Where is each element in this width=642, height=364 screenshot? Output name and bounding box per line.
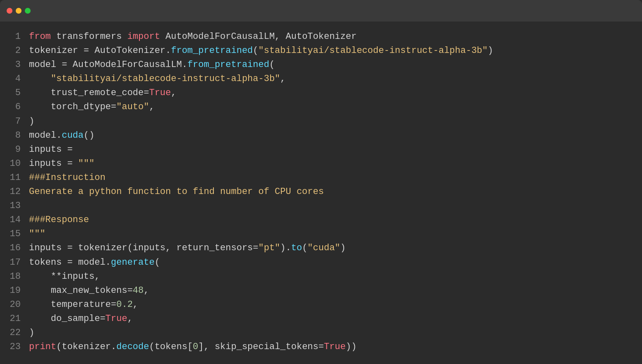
token: "stabilityai/stablecode-instruct-alpha-3… <box>259 46 488 56</box>
line-content: inputs = """ <box>29 157 634 171</box>
token: 0.2 <box>116 299 133 310</box>
token: )) <box>346 342 357 352</box>
token: ( <box>253 46 258 56</box>
line-content: do_sample=True, <box>29 312 634 326</box>
close-button[interactable] <box>7 8 12 14</box>
token: inputs = <box>29 144 73 155</box>
token: trust_remote_code= <box>29 88 149 98</box>
line-number: 10 <box>4 157 21 171</box>
code-line: 2tokenizer = AutoTokenizer.from_pretrain… <box>4 44 634 58</box>
code-line: 3model = AutoModelForCausalLM.from_pretr… <box>4 58 634 72</box>
line-number: 6 <box>4 100 21 114</box>
line-number: 1 <box>4 30 21 44</box>
code-line: 1from transformers import AutoModelForCa… <box>4 30 634 44</box>
token: , <box>149 102 154 112</box>
line-number: 2 <box>4 44 21 58</box>
token: do_sample= <box>29 314 105 324</box>
token: ( <box>269 60 275 70</box>
line-content: """ <box>29 227 634 241</box>
token: inputs = <box>29 158 78 169</box>
line-number: 17 <box>4 256 21 270</box>
line-content: inputs = <box>29 143 634 157</box>
token: AutoModelForCausalLM, AutoTokenizer <box>160 31 357 42</box>
code-line: 16inputs = tokenizer(inputs, return_tens… <box>4 241 634 255</box>
token: Generate a python function to find numbe… <box>29 187 324 197</box>
line-content: Generate a python function to find numbe… <box>29 185 634 199</box>
code-line: 6 torch_dtype="auto", <box>4 100 634 114</box>
line-content: max_new_tokens=48, <box>29 284 634 298</box>
code-line: 21 do_sample=True, <box>4 312 634 326</box>
token: "cuda" <box>307 243 340 253</box>
line-content: ###Response <box>29 213 634 227</box>
line-content: **inputs, <box>29 270 634 284</box>
code-line: 4 "stabilityai/stablecode-instruct-alpha… <box>4 72 634 86</box>
token: from_pretrained <box>187 60 269 70</box>
token: to <box>291 243 302 253</box>
code-editor[interactable]: 1from transformers import AutoModelForCa… <box>0 22 642 362</box>
code-line: 18 **inputs, <box>4 270 634 284</box>
line-number: 23 <box>4 340 21 354</box>
token: """ <box>29 229 46 239</box>
token: transformers <box>51 31 127 42</box>
token: ) <box>340 243 346 253</box>
token: temperature= <box>29 299 116 310</box>
token: generate <box>111 257 155 268</box>
token: True <box>149 88 171 98</box>
line-number: 14 <box>4 213 21 227</box>
line-number: 3 <box>4 58 21 72</box>
token: , <box>127 314 133 324</box>
line-content: temperature=0.2, <box>29 298 634 312</box>
token: ) <box>29 116 34 127</box>
line-content: "stabilityai/stablecode-instruct-alpha-3… <box>29 72 634 86</box>
token: (tokens[ <box>149 342 193 352</box>
token: 0 <box>193 342 198 352</box>
token: , <box>171 88 176 98</box>
code-line: 13 <box>4 199 634 213</box>
code-line: 19 max_new_tokens=48, <box>4 284 634 298</box>
line-content: tokenizer = AutoTokenizer.from_pretraine… <box>29 44 634 58</box>
token: """ <box>78 158 95 169</box>
code-line: 17tokens = model.generate( <box>4 256 634 270</box>
code-line: 20 temperature=0.2, <box>4 298 634 312</box>
token: , <box>133 299 138 310</box>
token: ###Response <box>29 215 89 225</box>
maximize-button[interactable] <box>25 8 31 14</box>
line-content: model = AutoModelForCausalLM.from_pretra… <box>29 58 634 72</box>
code-line: 15""" <box>4 227 634 241</box>
line-number: 5 <box>4 86 21 100</box>
code-line: 5 trust_remote_code=True, <box>4 86 634 100</box>
token: model. <box>29 130 62 141</box>
token: from <box>29 31 51 42</box>
token: 48 <box>133 285 144 296</box>
line-content: inputs = tokenizer(inputs, return_tensor… <box>29 241 634 255</box>
minimize-button[interactable] <box>16 8 22 14</box>
token: "pt" <box>259 243 280 253</box>
code-line: 14###Response <box>4 213 634 227</box>
code-line: 10inputs = """ <box>4 157 634 171</box>
token: inputs = tokenizer(inputs, return_tensor… <box>29 243 259 253</box>
token: cuda <box>62 130 84 141</box>
token: decode <box>116 342 149 352</box>
window: 1from transformers import AutoModelForCa… <box>0 0 642 364</box>
line-number: 8 <box>4 129 21 143</box>
line-content: ) <box>29 326 634 340</box>
line-number: 4 <box>4 72 21 86</box>
token: torch_dtype= <box>29 102 116 112</box>
token: "auto" <box>116 102 149 112</box>
token: ###Instruction <box>29 172 105 183</box>
token: model = AutoModelForCausalLM. <box>29 60 187 70</box>
token <box>29 74 51 84</box>
token: ). <box>280 243 291 253</box>
token: from_pretrained <box>171 46 253 56</box>
line-content: ###Instruction <box>29 171 634 185</box>
line-content: from transformers import AutoModelForCau… <box>29 30 634 44</box>
line-content: tokens = model.generate( <box>29 256 634 270</box>
line-content: ) <box>29 115 634 129</box>
token: True <box>105 314 127 324</box>
line-number: 7 <box>4 115 21 129</box>
token: tokenizer = AutoTokenizer. <box>29 46 171 56</box>
token: **inputs, <box>29 271 100 282</box>
code-line: 7) <box>4 115 634 129</box>
token: max_new_tokens= <box>29 285 133 296</box>
line-number: 21 <box>4 312 21 326</box>
